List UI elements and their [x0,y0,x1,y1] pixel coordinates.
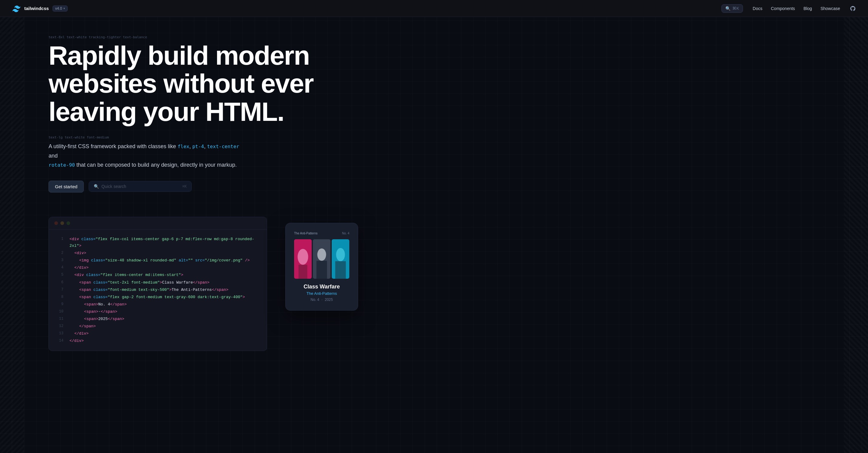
nav-link-components[interactable]: Components [771,6,795,11]
hero-section: text-8xl text-white tracking-tighter tex… [0,17,868,453]
svg-line-4 [303,257,305,264]
svg-rect-12 [337,257,344,279]
code-body: 1 <div class="flex flex-col items-center… [49,230,267,351]
github-icon[interactable] [850,5,856,11]
demo-section: 1 <div class="flex flex-col items-center… [49,217,819,351]
line-num-8: 8 [56,294,63,300]
chevron-down-icon: ▾ [63,7,65,10]
class-hint-top: text-8xl text-white tracking-tighter tex… [49,35,819,39]
album-cover-1 [294,239,312,279]
svg-line-3 [301,257,303,264]
album-meta-number: No. 4 [310,298,319,302]
window-dot-yellow [60,221,64,225]
code-line-13: 13 </div> [49,330,267,337]
code-line-11: 11 <span>2025</span> [49,315,267,323]
code-line-6: 6 <span class="text-2xl font-medium">Cla… [49,279,267,286]
line-num-13: 13 [56,330,63,336]
album-meta: No. 4 · 2025 [294,298,349,302]
nav-link-docs[interactable]: Docs [753,6,763,11]
main-content: text-8xl text-white tracking-tighter tex… [0,0,868,453]
keyword-text-center: text-center [207,144,239,149]
code-line-7: 7 <span class="font-medium text-sky-500"… [49,286,267,294]
hero-title: Rapidly build modern websites without ev… [49,41,382,126]
svg-rect-5 [316,239,328,279]
navbar: tailwindcss v4.0 ▾ 🔍 ⌘K Docs Components … [0,0,868,17]
svg-rect-7 [318,257,326,279]
desc-comma1: , [189,143,192,149]
album-cover-2 [313,239,331,279]
nav-right: 🔍 ⌘K Docs Components Blog Showcase [721,4,856,13]
code-window: 1 <div class="flex flex-col items-center… [49,217,267,351]
line-num-12: 12 [56,323,63,329]
svg-line-13 [338,257,341,264]
code-line-2: 2 <div> [49,249,267,257]
nav-search[interactable]: 🔍 ⌘K [721,4,743,13]
album-brand: The Anti-Patterns [294,232,317,235]
album-title: Class Warfare [294,283,349,290]
window-chrome [49,217,267,230]
keyword-pt4: pt-4 [192,144,204,149]
preview-card-wrapper: The Anti-Patterns No. 4 [285,223,358,311]
line-num-2: 2 [56,250,63,256]
logo[interactable]: tailwindcss [12,4,49,13]
hero-search-bar[interactable]: 🔍 Quick search ⌘K [89,181,192,192]
svg-rect-10 [335,239,347,279]
search-placeholder-text: Quick search [101,184,180,189]
code-line-12: 12 </span> [49,323,267,330]
search-kbd: ⌘K [732,6,739,11]
desc-comma2: , [204,143,207,149]
cover-art-3 [332,239,349,279]
svg-point-6 [319,249,325,257]
code-line-8: 8 <span class="flex gap-2 font-medium te… [49,294,267,301]
desc-prefix: A utility-first CSS framework packed wit… [49,143,178,149]
album-cover-3 [332,239,349,279]
line-num-14: 14 [56,338,63,344]
svg-line-14 [341,257,343,264]
keyword-flex: flex [178,144,189,149]
album-header: The Anti-Patterns No. 4 [294,232,349,235]
line-num-5: 5 [56,272,63,278]
code-line-14: 14 </div> [49,337,267,344]
line-num-7: 7 [56,286,63,293]
code-line-10: 10 <span>·</span> [49,308,267,315]
album-meta-separator: · [321,298,322,302]
album-artist: The Anti-Patterns [294,291,349,296]
hero-description: A utility-first CSS framework packed wit… [49,142,243,170]
album-number: No. 4 [342,232,349,235]
code-line-3: 3 <img class="size-48 shadow-xl rounded-… [49,257,267,264]
nav-link-showcase[interactable]: Showcase [820,6,840,11]
nav-links: Docs Components Blog Showcase [753,6,840,11]
line-num-11: 11 [56,316,63,322]
svg-rect-0 [297,239,309,279]
version-badge[interactable]: v4.0 ▾ [53,5,68,11]
version-label: v4.0 [55,6,62,11]
search-keyboard-shortcut: ⌘K [182,184,187,188]
window-dot-green [66,221,70,225]
line-num-10: 10 [56,308,63,314]
line-num-9: 9 [56,301,63,307]
class-hint-mid: text-lg text-white font-medium [49,135,819,139]
nav-left: tailwindcss v4.0 ▾ [12,4,68,13]
svg-marker-15 [339,245,342,250]
desc-suffix: that can be composed to build any design… [76,162,237,168]
keyword-rotate90: rotate-90 [49,162,75,168]
line-num-6: 6 [56,279,63,285]
cover-art-2 [313,239,331,279]
svg-line-8 [319,257,322,264]
cover-art-1 [294,239,312,279]
nav-link-blog[interactable]: Blog [803,6,812,11]
album-covers [294,239,349,279]
get-started-button[interactable]: Get started [49,181,84,192]
line-num-4: 4 [56,265,63,271]
code-line-5: 5 <div class="flex items-center md:items… [49,271,267,279]
album-meta-year: 2025 [325,298,333,302]
search-icon-small: 🔍 [94,184,99,189]
code-line-1: 1 <div class="flex flex-col items-center… [49,236,267,249]
window-dot-red [54,221,58,225]
code-line-4: 4 </div> [49,264,267,271]
desc-and: and [49,153,58,159]
line-num-1: 1 [56,236,63,242]
line-num-3: 3 [56,257,63,263]
search-icon: 🔍 [725,6,731,11]
album-preview-card: The Anti-Patterns No. 4 [285,223,358,311]
